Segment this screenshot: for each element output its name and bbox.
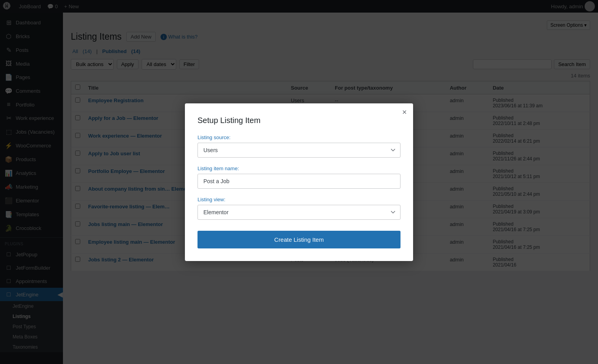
create-listing-item-button[interactable]: Create Listing Item — [197, 231, 401, 248]
listing-view-label: Listing view: — [197, 197, 401, 202]
listing-source-select[interactable]: UsersPostsTerms — [197, 143, 401, 158]
setup-listing-item-modal: × Setup Listing Item Listing source: Use… — [185, 103, 413, 261]
listing-view-select[interactable]: ElementorBlocksBricks — [197, 205, 401, 220]
listing-name-group: Listing item name: — [197, 165, 401, 189]
listing-name-input[interactable] — [197, 174, 401, 189]
modal-overlay[interactable]: × Setup Listing Item Listing source: Use… — [0, 0, 598, 364]
listing-source-label: Listing source: — [197, 134, 401, 140]
listing-name-label: Listing item name: — [197, 165, 401, 171]
listing-source-group: Listing source: UsersPostsTerms — [197, 134, 401, 158]
modal-title: Setup Listing Item — [197, 116, 401, 125]
modal-close-button[interactable]: × — [402, 108, 407, 116]
listing-view-group: Listing view: ElementorBlocksBricks — [197, 197, 401, 220]
